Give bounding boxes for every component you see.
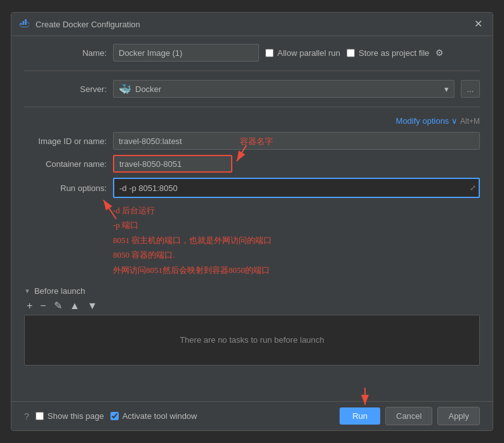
show-page-label: Show this page [48, 411, 104, 421]
explanation-line5: 外网访问8051然后会映射到容器8050的端口 [113, 263, 480, 277]
image-label: Image ID or name: [24, 136, 107, 146]
expand-icon: ⤢ [470, 183, 476, 192]
image-input[interactable] [113, 132, 480, 150]
run-arrow-svg [100, 197, 126, 222]
name-row: Name: Allow parallel run Store as projec… [24, 44, 480, 62]
svg-line-7 [237, 145, 246, 161]
help-button[interactable]: ? [24, 411, 29, 421]
name-label: Name: [24, 48, 107, 58]
docker-name: Docker [135, 84, 161, 94]
modify-options-row: Modify options ∨ Alt+M [24, 116, 480, 126]
footer-left: ? Show this page Activate tool window [24, 411, 333, 421]
container-label: Container name: [24, 159, 107, 169]
move-up-button[interactable]: ▲ [67, 300, 83, 312]
run-arrow-annotation [352, 385, 378, 410]
modify-options-shortcut: Alt+M [460, 117, 480, 126]
run-options-input[interactable] [113, 178, 480, 198]
footer-right: Run Cancel Apply [340, 407, 480, 425]
before-launch-toolbar: + − ✎ ▲ ▼ [24, 300, 480, 312]
before-launch-section: ▼ Before launch + − ✎ ▲ ▼ There are no t… [24, 286, 480, 366]
allow-parallel-checkbox[interactable] [265, 49, 274, 57]
run-button[interactable]: Run [340, 407, 380, 425]
add-task-button[interactable]: + [24, 300, 35, 312]
run-options-wrapper: ⤢ [113, 178, 480, 198]
explanation-text: -d 后台运行 -p 端口 8051 宿主机的端口，也就是外网访问的端口 805… [113, 203, 480, 277]
dialog-title: Create Docker Configuration [36, 20, 140, 29]
explanation-line2: -p 端口 [113, 218, 480, 232]
explanation-line1: -d 后台运行 [113, 203, 480, 218]
activate-tool-checkbox[interactable] [110, 412, 119, 420]
explanation-line3: 8051 宿主机的端口，也就是外网访问的端口 [113, 233, 480, 248]
docker-title-icon [19, 18, 30, 30]
container-input[interactable] [113, 155, 232, 173]
tasks-empty-message: There are no tasks to run before launch [180, 335, 324, 345]
activate-tool-group: Activate tool window [110, 411, 197, 421]
server-label: Server: [24, 84, 107, 94]
dialog-content: Name: Allow parallel run Store as projec… [11, 36, 493, 401]
svg-rect-2 [25, 23, 27, 25]
remove-task-button[interactable]: − [37, 300, 48, 312]
footer: ? Show this page Activate tool window R [11, 401, 493, 430]
move-down-button[interactable]: ▼ [85, 300, 100, 312]
name-input[interactable] [113, 44, 259, 62]
activate-tool-label: Activate tool window [123, 411, 197, 421]
docker-icon: 🐳 [119, 83, 131, 95]
svg-rect-0 [20, 23, 22, 25]
chevron-down-icon: ▾ [444, 84, 449, 94]
edit-task-button[interactable]: ✎ [51, 300, 65, 312]
create-docker-dialog: Create Docker Configuration ✕ Name: Allo… [11, 12, 493, 431]
run-options-label: Run options: [24, 183, 107, 193]
store-project-label: Store as project file [359, 48, 429, 58]
apply-button[interactable]: Apply [437, 407, 480, 425]
allow-parallel-group: Allow parallel run [265, 48, 340, 58]
server-select-inner: 🐳 Docker [119, 83, 161, 95]
cancel-button[interactable]: Cancel [385, 407, 432, 425]
explanation-line4: 8050 容器的端口. [113, 248, 480, 262]
tasks-empty-panel: There are no tasks to run before launch [24, 315, 480, 366]
container-name-row: Container name: 容器名字 [24, 155, 480, 173]
gear-icon[interactable]: ⚙ [435, 48, 444, 58]
run-options-row: Run options: ⤢ [24, 178, 480, 198]
close-button[interactable]: ✕ [472, 18, 485, 30]
show-page-group: Show this page [36, 411, 104, 421]
title-bar-left: Create Docker Configuration [19, 18, 140, 30]
before-launch-label: Before launch [34, 286, 85, 296]
explanation-block: -d 后台运行 -p 端口 8051 宿主机的端口，也就是外网访问的端口 805… [113, 203, 480, 277]
allow-parallel-label: Allow parallel run [277, 48, 340, 58]
server-select[interactable]: 🐳 Docker ▾ [113, 80, 454, 98]
title-bar: Create Docker Configuration ✕ [11, 13, 493, 36]
svg-rect-1 [22, 23, 24, 25]
svg-rect-5 [25, 20, 27, 21]
fields-section: Image ID or name: Container name: 容器名字 [24, 132, 480, 277]
store-project-group: Store as project file [347, 48, 429, 58]
container-arrow-svg [234, 142, 265, 168]
show-page-checkbox[interactable] [36, 412, 44, 420]
divider-2 [24, 107, 480, 107]
modify-options-button[interactable]: Modify options ∨ [396, 116, 458, 126]
server-row: Server: 🐳 Docker ▾ ... [24, 80, 480, 98]
ellipsis-button[interactable]: ... [461, 80, 480, 98]
section-chevron-icon: ▼ [24, 288, 30, 294]
store-project-checkbox[interactable] [347, 49, 355, 57]
divider-1 [24, 70, 480, 71]
svg-line-9 [103, 200, 116, 219]
svg-rect-3 [22, 22, 24, 23]
before-launch-header: ▼ Before launch [24, 286, 480, 296]
